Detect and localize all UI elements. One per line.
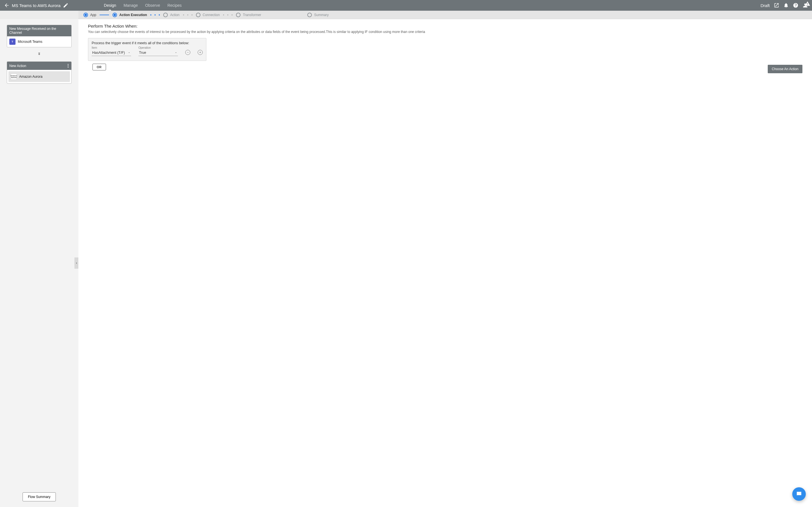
plus-icon	[199, 51, 202, 54]
tab-design[interactable]: Design	[104, 0, 116, 11]
tab-label: Manage	[123, 3, 138, 8]
step-connector	[150, 14, 160, 15]
flow-arrow-down-icon	[7, 51, 71, 56]
radio-icon	[84, 13, 88, 17]
radio-icon	[236, 13, 241, 17]
collapse-sidebar-button[interactable]	[74, 258, 79, 269]
item-label: Item	[92, 46, 131, 49]
status-badge: Draft	[760, 3, 770, 8]
step-connector	[100, 15, 109, 15]
progress-stepper: App Action Execution Action Connection T…	[79, 11, 812, 19]
chevron-down-icon	[128, 51, 131, 54]
action-card-title: New Action	[9, 64, 26, 68]
trigger-card[interactable]: New Message Received on the Channel T Mi…	[7, 25, 71, 47]
minus-icon	[186, 51, 189, 54]
choose-action-label: Choose An Action	[772, 67, 799, 71]
action-card[interactable]: New Action Amazon Aurora Amazon Aurora	[7, 61, 71, 83]
warning-icon	[805, 1, 810, 6]
chevron-left-icon	[75, 262, 78, 265]
condition-item-field: Item HasAttachment (T/F)	[92, 46, 131, 56]
top-bar: MS Teams to AWS Aurora Design Manage Obs…	[0, 0, 812, 11]
step-action[interactable]: Action	[163, 13, 179, 17]
condition-operation-field: Operation True	[139, 46, 178, 56]
chat-bubble-button[interactable]	[792, 487, 806, 501]
or-label: OR	[97, 65, 102, 69]
tab-label: Recipes	[167, 3, 182, 8]
step-label: Summary	[314, 13, 328, 17]
step-label: Action	[170, 13, 179, 17]
flow-summary-label: Flow Summary	[28, 495, 50, 499]
amazon-aurora-icon: Amazon Aurora	[11, 73, 17, 80]
tab-recipes[interactable]: Recipes	[167, 0, 182, 11]
back-arrow-icon[interactable]	[4, 3, 10, 8]
step-connector	[183, 14, 193, 15]
item-select[interactable]: HasAttachment (T/F)	[92, 50, 131, 56]
choose-action-button[interactable]: Choose An Action	[768, 65, 802, 73]
trigger-card-title: New Message Received on the Channel	[9, 27, 69, 35]
tab-label: Design	[104, 3, 116, 8]
tab-label: Observe	[145, 3, 160, 8]
step-transformer[interactable]: Transformer	[236, 13, 261, 17]
item-value: HasAttachment (T/F)	[92, 51, 125, 55]
operation-select[interactable]: True	[139, 50, 178, 56]
edit-title-icon[interactable]	[63, 3, 68, 8]
flow-summary-button[interactable]: Flow Summary	[22, 492, 56, 501]
ms-teams-icon: T	[9, 39, 15, 45]
radio-icon	[112, 13, 117, 17]
help-icon[interactable]	[793, 3, 799, 8]
or-button[interactable]: OR	[93, 64, 106, 70]
user-avatar-icon[interactable]	[802, 3, 808, 8]
radio-icon	[307, 13, 312, 17]
chat-icon	[796, 491, 802, 497]
tab-manage[interactable]: Manage	[123, 0, 138, 11]
section-help-text: You can selectively choose the events of…	[88, 30, 802, 34]
condition-box: Process the trigger event if it meets al…	[88, 38, 206, 61]
add-condition-button[interactable]	[198, 50, 203, 55]
step-connector	[223, 14, 233, 15]
operation-value: True	[139, 51, 146, 55]
step-app[interactable]: App	[84, 13, 96, 17]
main-panel: Perform The Action When: You can selecti…	[79, 19, 812, 507]
chevron-down-icon	[174, 51, 177, 54]
step-label: Connection	[203, 13, 220, 17]
step-label: App	[90, 13, 96, 17]
step-label: Transformer	[243, 13, 261, 17]
trigger-app-label: Microsoft Teams	[18, 40, 42, 44]
operation-label: Operation	[139, 46, 178, 49]
step-action-execution[interactable]: Action Execution	[112, 13, 147, 17]
condition-prompt: Process the trigger event if it meets al…	[92, 41, 203, 45]
open-external-icon[interactable]	[774, 3, 779, 8]
action-card-menu-icon[interactable]	[67, 63, 69, 68]
step-label: Action Execution	[119, 13, 147, 17]
radio-icon	[163, 13, 168, 17]
remove-condition-button[interactable]	[185, 50, 190, 55]
action-app-label: Amazon Aurora	[19, 75, 43, 78]
radio-icon	[196, 13, 200, 17]
top-nav: Design Manage Observe Recipes	[104, 0, 758, 11]
step-connection[interactable]: Connection	[196, 13, 220, 17]
bell-icon[interactable]	[783, 3, 789, 8]
page-title: MS Teams to AWS Aurora	[12, 3, 61, 8]
section-title: Perform The Action When:	[88, 24, 802, 29]
step-summary[interactable]: Summary	[307, 13, 328, 17]
flow-sidebar: New Message Received on the Channel T Mi…	[0, 19, 79, 507]
tab-observe[interactable]: Observe	[145, 0, 160, 11]
